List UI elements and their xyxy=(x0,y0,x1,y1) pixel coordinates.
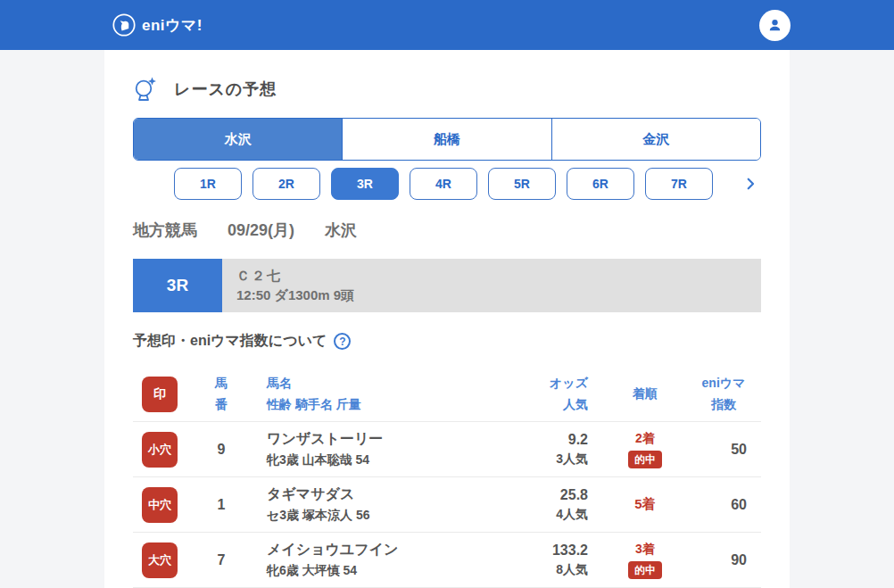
col-header-horse-no: 馬 番 xyxy=(190,373,252,416)
app-logo-text: eniウマ! xyxy=(142,15,203,36)
mark-badge: 大穴 xyxy=(142,542,178,578)
horse-logo-icon xyxy=(112,13,136,37)
race-tab-7r[interactable]: 7R xyxy=(645,168,713,200)
venue-tabs: 水沢 船橋 金沢 xyxy=(133,118,761,161)
race-tab-2r[interactable]: 2R xyxy=(252,168,320,200)
odds-value: 133.2 xyxy=(499,542,588,559)
horse-number: 9 xyxy=(190,442,252,458)
race-selector: 1R 2R 3R 4R 5R 6R 7R xyxy=(133,168,761,200)
race-tab-4r[interactable]: 4R xyxy=(410,168,477,200)
table-header-row: 印 馬 番 馬名 性齢 騎手名 斤量 オッズ 人気 着順 eniウマ 指数 xyxy=(133,367,761,422)
race-tab-5r[interactable]: 5R xyxy=(488,168,556,200)
venue-tab-funabashi[interactable]: 船橋 xyxy=(342,119,550,160)
result-cell: 5着 xyxy=(604,496,686,513)
eniuma-index: 60 xyxy=(686,497,761,513)
race-tab-1r[interactable]: 1R xyxy=(174,168,242,200)
eniuma-index: 50 xyxy=(686,442,761,458)
horse-detail: 牝3歳 山本聡哉 54 xyxy=(267,452,499,468)
page-title: レースの予想 xyxy=(174,79,277,100)
about-link[interactable]: 予想印・eniウマ指数について ? xyxy=(133,332,351,351)
popularity: 4人気 xyxy=(499,507,588,523)
race-banner: 3R Ｃ２七 12:50 ダ1300m 9頭 xyxy=(133,259,761,312)
app-header: eniウマ! xyxy=(0,0,894,50)
about-link-label: 予想印・eniウマ指数について xyxy=(133,332,327,351)
horse-name: タギマサダス xyxy=(267,485,499,504)
popularity: 3人気 xyxy=(499,451,588,468)
mark-badge: 小穴 xyxy=(142,432,178,468)
user-icon xyxy=(766,16,784,35)
prediction-table: 印 馬 番 馬名 性齢 騎手名 斤量 オッズ 人気 着順 eniウマ 指数 小穴 xyxy=(133,367,761,588)
table-row[interactable]: 小穴 9 ワンザストーリー 牝3歳 山本聡哉 54 9.2 3人気 2着 的中 … xyxy=(133,422,761,477)
odds-cell: 25.8 4人気 xyxy=(499,487,604,523)
result-place: 5着 xyxy=(634,496,655,513)
race-meta: 地方競馬 09/29(月) 水沢 xyxy=(133,219,761,241)
horse-detail: 牝6歳 大坪慎 54 xyxy=(267,563,499,579)
horse-info: タギマサダス セ3歳 塚本涼人 56 xyxy=(252,485,499,524)
mark-column-badge: 印 xyxy=(142,377,178,412)
col-header-index: eniウマ 指数 xyxy=(686,373,761,416)
table-row[interactable]: 中穴 1 タギマサダス セ3歳 塚本涼人 56 25.8 4人気 5着 60 xyxy=(133,477,761,533)
horse-info: ワンザストーリー 牝3歳 山本聡哉 54 xyxy=(252,430,499,468)
race-category: 地方競馬 xyxy=(133,219,197,241)
result-cell: 3着 的中 xyxy=(604,542,686,579)
race-venue: 水沢 xyxy=(325,219,357,241)
eniuma-index: 90 xyxy=(686,552,761,568)
hit-badge: 的中 xyxy=(628,451,662,468)
result-cell: 2着 的中 xyxy=(604,431,686,468)
horse-info: メイショウユフイン 牝6歳 大坪慎 54 xyxy=(252,541,499,579)
odds-cell: 9.2 3人気 xyxy=(499,432,604,468)
col-header-result: 着順 xyxy=(604,384,686,405)
horse-number: 1 xyxy=(190,497,252,513)
section-title-row: レースの予想 xyxy=(133,75,761,104)
crystal-ball-icon xyxy=(133,76,158,103)
app-logo[interactable]: eniウマ! xyxy=(112,13,203,37)
horse-detail: セ3歳 塚本涼人 56 xyxy=(267,508,499,524)
race-next-button[interactable] xyxy=(740,173,761,195)
venue-tab-mizusawa[interactable]: 水沢 xyxy=(134,119,342,160)
popularity: 8人気 xyxy=(499,562,588,578)
race-number-badge: 3R xyxy=(133,259,222,312)
race-class: Ｃ２七 xyxy=(236,268,747,285)
hit-badge: 的中 xyxy=(628,561,662,579)
venue-tab-kanazawa[interactable]: 金沢 xyxy=(551,119,760,160)
odds-value: 9.2 xyxy=(499,432,588,448)
race-tab-3r[interactable]: 3R xyxy=(331,168,399,200)
result-place: 3着 xyxy=(635,542,655,558)
race-details: 12:50 ダ1300m 9頭 xyxy=(236,287,747,304)
question-icon[interactable]: ? xyxy=(334,333,351,350)
race-date: 09/29(月) xyxy=(228,219,294,241)
col-header-odds: オッズ 人気 xyxy=(499,373,604,416)
horse-name: メイショウユフイン xyxy=(267,541,499,559)
horse-number: 7 xyxy=(190,552,252,568)
user-avatar-button[interactable] xyxy=(759,10,791,41)
odds-cell: 133.2 8人気 xyxy=(499,542,604,578)
table-row[interactable]: 大穴 7 メイショウユフイン 牝6歳 大坪慎 54 133.2 8人気 3着 的… xyxy=(133,533,761,588)
horse-name: ワンザストーリー xyxy=(267,430,499,449)
col-header-horse-info: 馬名 性齢 騎手名 斤量 xyxy=(252,373,499,416)
odds-value: 25.8 xyxy=(499,487,588,503)
chevron-right-icon xyxy=(742,176,758,192)
result-place: 2着 xyxy=(635,431,655,447)
race-info: Ｃ２七 12:50 ダ1300m 9頭 xyxy=(222,259,761,312)
race-tab-6r[interactable]: 6R xyxy=(567,168,634,200)
mark-badge: 中穴 xyxy=(142,487,178,523)
content-card: レースの予想 水沢 船橋 金沢 1R 2R 3R 4R 5R 6R 7R 地方競… xyxy=(104,50,790,588)
